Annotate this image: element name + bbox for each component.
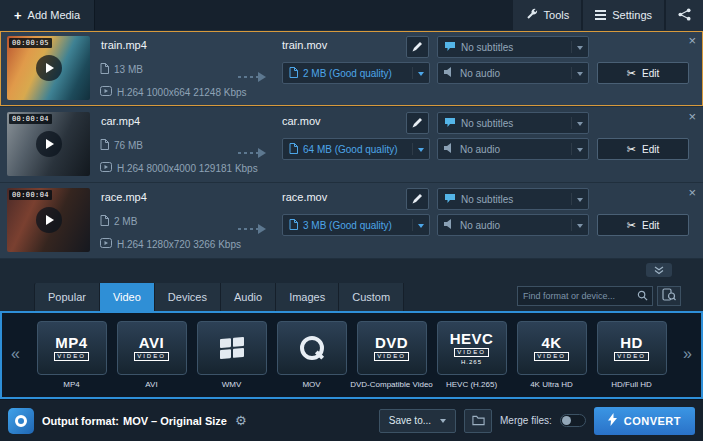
rename-button[interactable] [406, 188, 429, 210]
output-filename: train.mov [282, 39, 327, 51]
remove-file-button[interactable]: × [688, 34, 696, 47]
subtitles-dropdown[interactable]: No subtitles [437, 36, 589, 58]
bottom-bar: Output format:MOV – Original Size ⚙ Save… [0, 399, 703, 441]
audio-dropdown[interactable]: No audio [437, 62, 589, 84]
tab-custom[interactable]: Custom [339, 283, 404, 311]
media-row-car[interactable]: 00:00:04 car.mp4 76 MB H.264 8000x4000 1… [0, 107, 703, 182]
media-row-train[interactable]: 00:00:05 train.mp4 13 MB H.264 1000x664 … [0, 31, 703, 106]
settings-label: Settings [612, 9, 652, 21]
codec-icon [100, 162, 112, 174]
format-tile-mov[interactable]: MOV [276, 321, 348, 389]
tools-label: Tools [544, 9, 570, 21]
edit-button[interactable]: ✂ Edit [597, 62, 689, 84]
subtitles-value: No subtitles [461, 42, 513, 53]
duration-badge: 00:00:04 [9, 190, 52, 200]
merge-files-toggle[interactable] [560, 414, 586, 427]
carousel-right-arrow[interactable]: » [683, 345, 692, 363]
video-thumbnail[interactable]: 00:00:04 [7, 188, 90, 252]
format-carousel: « MP4 VIDEO MP4 AVI VIDEO AVI WMV [0, 311, 703, 399]
audio-dropdown[interactable]: No audio [437, 214, 589, 236]
format-label: DVD-Compatible Video [350, 380, 433, 389]
remove-file-button[interactable]: × [688, 186, 696, 199]
file-icon-blue [289, 143, 298, 156]
format-tile-hevc[interactable]: HEVC VIDEO H.265 HEVC (H.265) [436, 321, 508, 389]
tab-devices[interactable]: Devices [155, 283, 221, 311]
convert-arrow-icon [238, 220, 268, 238]
format-search-input[interactable] [518, 291, 637, 301]
share-button[interactable] [666, 0, 703, 30]
play-icon[interactable] [36, 131, 62, 157]
duration-badge: 00:00:04 [9, 114, 52, 124]
duration-badge: 00:00:05 [9, 38, 52, 48]
chevron-down-icon [440, 419, 446, 423]
plus-icon: + [14, 9, 22, 22]
collapse-panel-button[interactable] [646, 263, 672, 277]
remove-file-button[interactable]: × [688, 110, 696, 123]
device-search-button[interactable] [657, 286, 681, 306]
open-folder-button[interactable] [464, 409, 492, 433]
video-thumbnail[interactable]: 00:00:04 [7, 112, 90, 176]
search-icon[interactable] [637, 287, 648, 305]
quicktime-logo [300, 336, 324, 360]
menu-icon [595, 10, 606, 20]
video-thumbnail[interactable]: 00:00:05 [7, 36, 90, 100]
edit-button[interactable]: ✂ Edit [597, 214, 689, 236]
gear-icon[interactable]: ⚙ [235, 414, 247, 427]
convert-button[interactable]: CONVERT [594, 407, 695, 435]
audio-dropdown[interactable]: No audio [437, 138, 589, 160]
format-tabs-bar: Popular Video Devices Audio Images Custo… [0, 281, 703, 311]
play-icon[interactable] [36, 207, 62, 233]
output-format-summary: Output format:MOV – Original Size [42, 415, 227, 427]
subtitles-dropdown[interactable]: No subtitles [437, 112, 589, 134]
tab-popular[interactable]: Popular [34, 283, 100, 311]
source-size: 76 MB [114, 140, 143, 151]
format-search-box[interactable] [517, 286, 653, 306]
media-row-race[interactable]: 00:00:04 race.mp4 2 MB H.264 1280x720 32… [0, 183, 703, 258]
settings-button[interactable]: Settings [583, 0, 664, 30]
source-filename: car.mp4 [101, 115, 140, 127]
rename-button[interactable] [406, 112, 429, 134]
scissors-icon: ✂ [627, 220, 636, 231]
audio-value: No audio [460, 68, 500, 79]
format-tile-dvd[interactable]: DVD VIDEO DVD-Compatible Video [356, 321, 428, 389]
source-codec: H.264 1280x720 3266 Kbps [117, 239, 241, 250]
format-tile-wmv[interactable]: WMV [196, 321, 268, 389]
carousel-left-arrow[interactable]: « [11, 345, 20, 363]
file-icon [100, 63, 109, 76]
pencil-icon [412, 114, 423, 132]
edit-button[interactable]: ✂ Edit [597, 138, 689, 160]
subtitles-dropdown[interactable]: No subtitles [437, 188, 589, 210]
save-to-dropdown[interactable]: Save to... [379, 409, 456, 433]
windows-logo [220, 337, 244, 359]
mp4-logo: MP4 [55, 335, 87, 350]
format-tile-mp4[interactable]: MP4 VIDEO MP4 [36, 321, 108, 389]
tab-images[interactable]: Images [276, 283, 339, 311]
speech-bubble-icon [444, 117, 456, 130]
rename-button[interactable] [406, 36, 429, 58]
pencil-icon [412, 190, 423, 208]
avi-logo: AVI [139, 335, 164, 350]
add-media-label: Add Media [28, 9, 81, 21]
tab-video[interactable]: Video [100, 283, 155, 311]
output-quality-dropdown[interactable]: 3 MB (Good quality) [282, 214, 430, 236]
speech-bubble-icon [444, 41, 456, 54]
folder-icon [472, 412, 485, 430]
output-quality-dropdown[interactable]: 64 MB (Good quality) [282, 138, 430, 160]
format-tile-avi[interactable]: AVI VIDEO AVI [116, 321, 188, 389]
media-list: 00:00:05 train.mp4 13 MB H.264 1000x664 … [0, 30, 703, 259]
speech-bubble-icon [444, 193, 456, 206]
hevc-logo: HEVC [450, 331, 494, 346]
format-panel-header [0, 259, 703, 281]
source-filename: train.mp4 [101, 39, 147, 51]
output-quality-dropdown[interactable]: 2 MB (Good quality) [282, 62, 430, 84]
scissors-icon: ✂ [627, 68, 636, 79]
format-label: HEVC (H.265) [446, 380, 497, 389]
file-icon-blue [289, 67, 298, 80]
add-media-button[interactable]: + Add Media [0, 0, 95, 30]
tab-audio[interactable]: Audio [221, 283, 276, 311]
wrench-icon [525, 8, 538, 23]
format-tile-4k[interactable]: 4K VIDEO 4K Ultra HD [516, 321, 588, 389]
format-tile-hd[interactable]: HD VIDEO HD/Full HD [596, 321, 668, 389]
tools-button[interactable]: Tools [513, 0, 582, 30]
play-icon[interactable] [36, 55, 62, 81]
